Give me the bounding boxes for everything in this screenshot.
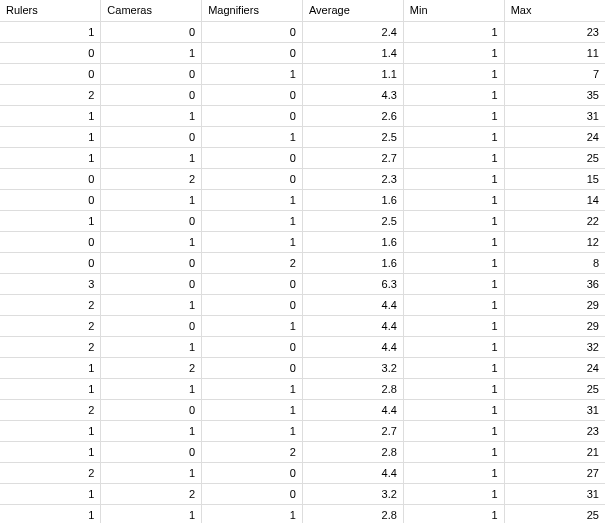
table-cell: 2.3 [302, 168, 403, 189]
table-cell: 1.6 [302, 252, 403, 273]
table-cell: 4.4 [302, 294, 403, 315]
table-row: 1203.2124 [0, 357, 605, 378]
table-cell: 1 [403, 336, 504, 357]
table-cell: 2 [0, 336, 101, 357]
table-cell: 1 [101, 420, 202, 441]
table-cell: 0 [202, 147, 303, 168]
table-cell: 1 [403, 273, 504, 294]
table-cell: 1 [403, 63, 504, 84]
table-cell: 0 [0, 168, 101, 189]
table-cell: 1 [0, 504, 101, 523]
table-row: 2104.4129 [0, 294, 605, 315]
header-cameras: Cameras [101, 0, 202, 21]
table-cell: 27 [504, 462, 605, 483]
table-cell: 0 [202, 84, 303, 105]
table-cell: 1 [403, 252, 504, 273]
table-cell: 1 [0, 147, 101, 168]
table-cell: 23 [504, 420, 605, 441]
table-cell: 2 [0, 294, 101, 315]
table-cell: 0 [202, 21, 303, 42]
table-cell: 2.7 [302, 147, 403, 168]
table-cell: 32 [504, 336, 605, 357]
table-cell: 1 [0, 483, 101, 504]
table-row: 2004.3135 [0, 84, 605, 105]
table-cell: 4.4 [302, 462, 403, 483]
table-cell: 3 [0, 273, 101, 294]
table-cell: 0 [202, 357, 303, 378]
table-row: 2104.4132 [0, 336, 605, 357]
table-cell: 0 [0, 252, 101, 273]
table-cell: 1.6 [302, 231, 403, 252]
table-cell: 0 [202, 294, 303, 315]
table-cell: 0 [202, 336, 303, 357]
table-cell: 1 [403, 420, 504, 441]
table-cell: 1 [403, 189, 504, 210]
table-row: 1012.5124 [0, 126, 605, 147]
table-cell: 31 [504, 105, 605, 126]
table-cell: 2.8 [302, 441, 403, 462]
table-cell: 2 [101, 357, 202, 378]
table-cell: 1 [202, 210, 303, 231]
table-cell: 2 [202, 252, 303, 273]
table-cell: 1 [202, 231, 303, 252]
table-cell: 24 [504, 126, 605, 147]
table-cell: 1 [403, 42, 504, 63]
table-cell: 2 [202, 441, 303, 462]
table-cell: 1 [403, 147, 504, 168]
table-cell: 1 [101, 147, 202, 168]
table-cell: 0 [101, 273, 202, 294]
table-cell: 1 [202, 378, 303, 399]
table-cell: 4.4 [302, 336, 403, 357]
table-cell: 8 [504, 252, 605, 273]
table-cell: 1 [403, 84, 504, 105]
table-cell: 2.8 [302, 378, 403, 399]
table-cell: 14 [504, 189, 605, 210]
table-cell: 1 [403, 168, 504, 189]
table-cell: 1 [101, 42, 202, 63]
table-row: 1112.8125 [0, 504, 605, 523]
table-cell: 2.5 [302, 210, 403, 231]
table-cell: 2.6 [302, 105, 403, 126]
table-cell: 1 [403, 21, 504, 42]
table-cell: 0 [101, 210, 202, 231]
table-cell: 1 [403, 126, 504, 147]
table-cell: 12 [504, 231, 605, 252]
table-row: 0011.117 [0, 63, 605, 84]
table-row: 1102.6131 [0, 105, 605, 126]
table-cell: 1 [403, 105, 504, 126]
table-cell: 25 [504, 378, 605, 399]
table-cell: 0 [101, 21, 202, 42]
table-cell: 23 [504, 21, 605, 42]
table-cell: 1 [0, 105, 101, 126]
table-cell: 1 [202, 399, 303, 420]
table-cell: 2 [101, 483, 202, 504]
table-cell: 1 [403, 504, 504, 523]
table-cell: 2.5 [302, 126, 403, 147]
table-cell: 2 [101, 168, 202, 189]
table-row: 0021.618 [0, 252, 605, 273]
table-row: 2104.4127 [0, 462, 605, 483]
table-cell: 4.4 [302, 315, 403, 336]
table-row: 2014.4131 [0, 399, 605, 420]
table-row: 1112.8125 [0, 378, 605, 399]
table-cell: 0 [202, 168, 303, 189]
table-row: 1002.4123 [0, 21, 605, 42]
table-cell: 1.4 [302, 42, 403, 63]
table-cell: 1 [101, 105, 202, 126]
table-body: 1002.41230101.41110011.1172004.31351102.… [0, 21, 605, 523]
table-cell: 2.4 [302, 21, 403, 42]
table-cell: 1 [403, 315, 504, 336]
table-cell: 1 [101, 336, 202, 357]
table-cell: 1 [0, 378, 101, 399]
table-cell: 0 [0, 42, 101, 63]
table-cell: 25 [504, 147, 605, 168]
table-row: 1012.5122 [0, 210, 605, 231]
table-cell: 1.1 [302, 63, 403, 84]
table-cell: 1 [403, 399, 504, 420]
table-cell: 2.8 [302, 504, 403, 523]
table-cell: 0 [101, 126, 202, 147]
table-cell: 1 [101, 189, 202, 210]
table-cell: 2 [0, 315, 101, 336]
table-cell: 0 [101, 63, 202, 84]
table-cell: 1 [202, 63, 303, 84]
